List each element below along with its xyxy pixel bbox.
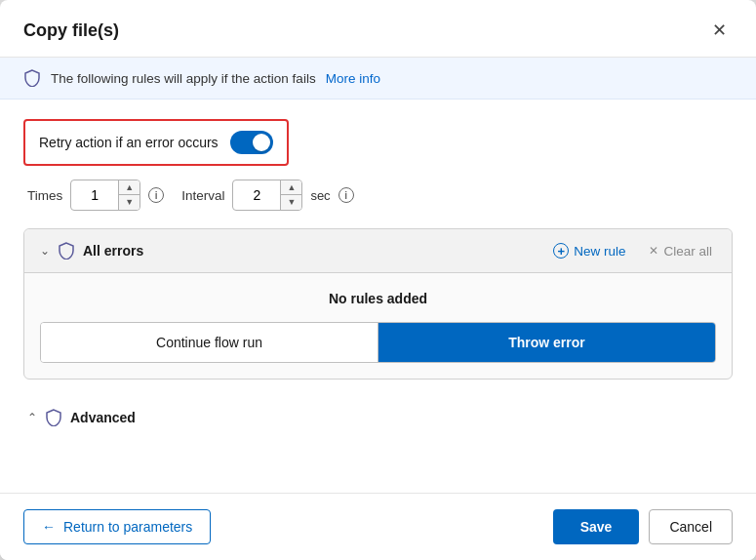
continue-flow-run-button[interactable]: Continue flow run <box>41 323 378 362</box>
interval-down-btn[interactable]: ▼ <box>281 195 301 210</box>
interval-input[interactable] <box>233 180 280 210</box>
interval-up-btn[interactable]: ▲ <box>281 180 301 195</box>
errors-title: All errors <box>83 243 143 259</box>
dialog-body: Retry action if an error occurs Times ▲ … <box>0 100 756 493</box>
dialog-title: Copy file(s) <box>23 20 119 41</box>
interval-input-wrap: ▲ ▼ <box>232 180 302 211</box>
no-rules-text: No rules added <box>40 291 716 306</box>
advanced-chevron-icon: ⌃ <box>27 411 37 424</box>
interval-field-group: Interval ▲ ▼ sec i <box>181 180 353 211</box>
errors-header: ⌄ All errors + New rule ✕ Clear all <box>24 229 732 273</box>
times-interval-row: Times ▲ ▼ i Interval ▲ ▼ <box>23 180 733 211</box>
retry-label: Retry action if an error occurs <box>39 135 219 150</box>
dialog-footer: ← Return to parameters Save Cancel <box>0 493 756 560</box>
close-button[interactable]: ✕ <box>706 18 733 43</box>
advanced-title: Advanced <box>70 410 136 425</box>
copy-files-dialog: Copy file(s) ✕ The following rules will … <box>0 0 756 560</box>
return-arrow-icon: ← <box>42 519 56 535</box>
new-rule-label: New rule <box>574 244 625 259</box>
toggle-track <box>230 131 273 154</box>
times-up-btn[interactable]: ▲ <box>119 180 139 195</box>
times-label: Times <box>27 188 62 203</box>
errors-header-right: + New rule ✕ Clear all <box>549 241 716 260</box>
clear-all-x-icon: ✕ <box>649 244 658 258</box>
times-input[interactable] <box>71 180 118 210</box>
save-button[interactable]: Save <box>553 509 640 544</box>
return-to-parameters-button[interactable]: ← Return to parameters <box>23 509 211 544</box>
times-input-wrap: ▲ ▼ <box>70 180 140 211</box>
errors-section: ⌄ All errors + New rule ✕ Clear all <box>23 228 733 380</box>
sec-label: sec <box>310 188 330 203</box>
times-field-group: Times ▲ ▼ i <box>27 180 164 211</box>
shield-icon <box>23 69 41 87</box>
interval-info-icon[interactable]: i <box>338 187 354 203</box>
footer-right: Save Cancel <box>553 509 733 544</box>
errors-chevron-icon[interactable]: ⌄ <box>40 244 50 258</box>
errors-body: No rules added Continue flow run Throw e… <box>24 273 732 379</box>
info-banner: The following rules will apply if the ac… <box>0 58 756 100</box>
times-spinners: ▲ ▼ <box>118 180 139 210</box>
throw-error-button[interactable]: Throw error <box>378 323 715 362</box>
plus-circle-icon: + <box>553 243 569 259</box>
new-rule-button[interactable]: + New rule <box>549 241 629 260</box>
dialog-header: Copy file(s) ✕ <box>0 0 756 58</box>
errors-shield-icon <box>58 242 75 260</box>
interval-label: Interval <box>181 188 224 203</box>
return-label: Return to parameters <box>63 519 192 535</box>
clear-all-label: Clear all <box>663 244 712 259</box>
times-down-btn[interactable]: ▼ <box>119 195 139 210</box>
toggle-thumb <box>253 134 270 151</box>
cancel-button[interactable]: Cancel <box>649 509 733 544</box>
more-info-link[interactable]: More info <box>326 71 380 86</box>
info-text: The following rules will apply if the ac… <box>51 71 316 86</box>
advanced-section[interactable]: ⌃ Advanced <box>23 397 733 438</box>
errors-header-left: ⌄ All errors <box>40 242 143 260</box>
times-info-icon[interactable]: i <box>148 187 164 203</box>
action-buttons: Continue flow run Throw error <box>40 322 716 363</box>
interval-spinners: ▲ ▼ <box>280 180 301 210</box>
retry-row: Retry action if an error occurs <box>23 119 289 166</box>
advanced-shield-icon <box>45 409 62 426</box>
clear-all-button[interactable]: ✕ Clear all <box>645 242 716 260</box>
retry-toggle[interactable] <box>230 131 273 154</box>
